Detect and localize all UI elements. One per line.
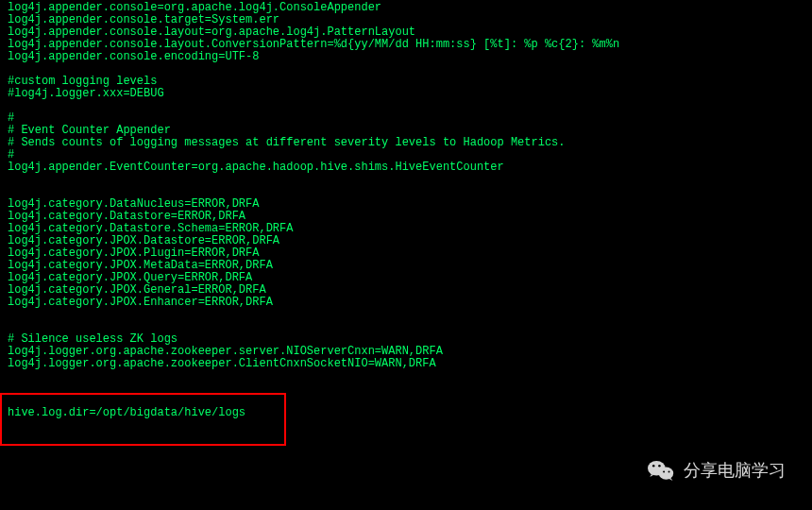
config-line: # Sends counts of logging messages at di… xyxy=(8,137,804,149)
terminal-output: log4j.appender.console=org.apache.log4j.… xyxy=(0,0,812,421)
config-line xyxy=(8,309,804,321)
config-line: #log4j.logger.xxx=DEBUG xyxy=(8,88,804,100)
watermark: 分享电脑学习 xyxy=(648,459,786,482)
svg-point-5 xyxy=(668,471,670,473)
svg-point-3 xyxy=(658,465,660,467)
config-line xyxy=(8,174,804,186)
svg-point-1 xyxy=(659,468,674,480)
wechat-icon xyxy=(648,459,674,482)
config-line xyxy=(8,370,804,382)
svg-point-2 xyxy=(652,465,654,467)
config-line: log4j.appender.EventCounter=org.apache.h… xyxy=(8,162,804,174)
config-line xyxy=(8,382,804,395)
watermark-text: 分享电脑学习 xyxy=(684,465,786,477)
svg-point-4 xyxy=(663,471,665,473)
config-line: log4j.category.JPOX.Enhancer=ERROR,DRFA xyxy=(8,297,804,309)
config-line: log4j.appender.console.encoding=UTF-8 xyxy=(8,51,804,63)
config-line: log4j.logger.org.apache.zookeeper.Client… xyxy=(8,358,804,370)
config-line xyxy=(8,100,804,112)
config-line: hive.log.dir=/opt/bigdata/hive/logs xyxy=(8,407,804,419)
